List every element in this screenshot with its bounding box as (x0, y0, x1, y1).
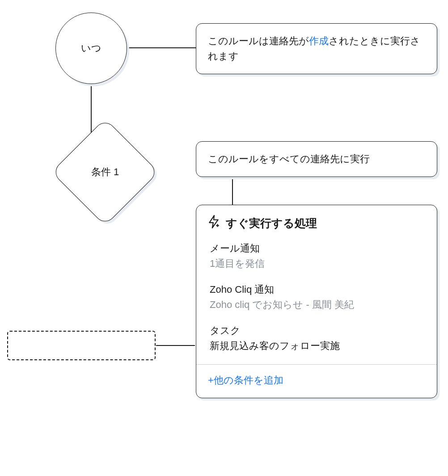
action-item-task[interactable]: タスク 新規見込み客のフォロー実施 (196, 318, 437, 364)
connector-when-to-condition (91, 84, 92, 136)
action-item-cliq[interactable]: Zoho Cliq 通知 Zoho cliq でお知らせ - 風間 美紀 (196, 277, 437, 318)
placeholder-slot[interactable] (7, 331, 156, 360)
actions-panel-title: すぐ実行する処理 (226, 216, 317, 231)
actions-panel-header: すぐ実行する処理 (196, 205, 437, 236)
connector-dashed-to-actions-h (156, 345, 195, 346)
action-sub: Zoho cliq でお知らせ - 風間 美紀 (210, 298, 423, 312)
when-node-label: いつ (81, 42, 101, 55)
when-text-prefix: このルールは連絡先が (208, 35, 309, 46)
action-sub: 1通目を発信 (210, 257, 423, 270)
action-title: タスク (210, 324, 423, 337)
action-item-mail[interactable]: メール通知 1通目を発信 (196, 236, 437, 277)
action-title: メール通知 (210, 242, 423, 255)
when-text-link[interactable]: 作成 (309, 35, 329, 46)
condition-node-labelwrap: 条件 1 (67, 134, 143, 210)
actions-panel-footer: +他の条件を追加 (196, 364, 437, 398)
connector-when-to-card (127, 47, 196, 48)
action-title: Zoho Cliq 通知 (210, 283, 423, 296)
condition-text: このルールをすべての連絡先に実行 (208, 153, 370, 164)
connector-condition-card-to-actions (232, 177, 233, 205)
add-condition-link[interactable]: +他の条件を追加 (208, 375, 283, 386)
action-sub: 新規見込み客のフォロー実施 (210, 339, 423, 353)
when-description-card[interactable]: このルールは連絡先が作成されたときに実行されます (196, 23, 437, 74)
lightning-icon (208, 215, 220, 231)
when-node[interactable]: いつ (55, 13, 127, 84)
condition-node-label: 条件 1 (91, 165, 119, 179)
condition-description-card[interactable]: このルールをすべての連絡先に実行 (196, 141, 437, 177)
actions-panel: すぐ実行する処理 メール通知 1通目を発信 Zoho Cliq 通知 Zoho … (196, 205, 437, 398)
